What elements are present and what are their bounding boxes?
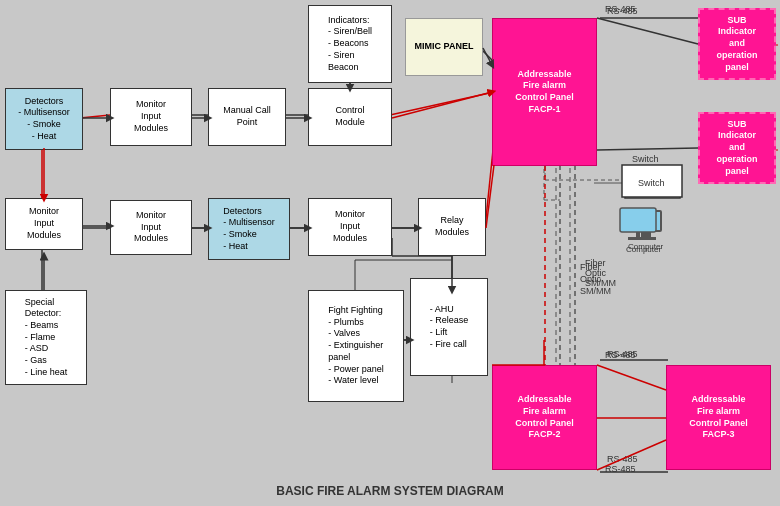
special-detector-label: Special Detector: - Beams - Flame - ASD … <box>25 297 68 379</box>
monitor-display <box>630 210 662 232</box>
svg-line-39 <box>483 48 492 65</box>
fiber-optic-label: Fiber Optic SM/MM <box>585 258 616 288</box>
computer-icon: Computer <box>628 210 663 251</box>
facp-1-label: Addressable Fire alarm Control Panel FAC… <box>515 69 574 116</box>
svg-line-48 <box>597 148 698 150</box>
detectors-2-box: Detectors - Multisensor - Smoke - Heat <box>208 198 290 260</box>
sub-indicator-1-box: SUB Indicator and operation panel <box>698 8 776 80</box>
facp-3-label: Addressable Fire alarm Control Panel FAC… <box>689 394 748 441</box>
svg-line-3 <box>390 92 494 115</box>
monitor-input-4-box: Monitor Input Modules <box>308 198 392 256</box>
outputs-label: - AHU - Release - Lift - Fire call <box>430 304 469 351</box>
computer-label: Computer <box>628 242 663 251</box>
rs485-mid-label: RS-485 <box>605 350 636 360</box>
control-module-label: Control Module <box>335 105 365 128</box>
detectors-2-label: Detectors - Multisensor - Smoke - Heat <box>223 206 275 253</box>
facp-1-box: Addressable Fire alarm Control Panel FAC… <box>492 18 597 166</box>
manual-call-point-label: Manual Call Point <box>223 105 271 128</box>
sub-indicator-2-label: SUB Indicator and operation panel <box>716 119 757 177</box>
special-detector-box: Special Detector: - Beams - Flame - ASD … <box>5 290 87 385</box>
diagram-title: BASIC FIRE ALARM SYSTEM DIAGRAM <box>0 484 780 498</box>
monitor-base <box>636 237 656 240</box>
svg-text:Switch: Switch <box>632 154 659 164</box>
fight-fighting-box: Fight Fighting - Plumbs - Valves - Extin… <box>308 290 404 402</box>
monitor-input-1-label: Monitor Input Modules <box>27 206 61 241</box>
relay-modules-label: Relay Modules <box>435 215 469 238</box>
switch-label: Switch <box>638 175 665 187</box>
rs485-top-label: RS-485 <box>605 4 636 14</box>
svg-line-46 <box>597 18 698 44</box>
fight-fighting-label: Fight Fighting - Plumbs - Valves - Extin… <box>328 305 384 387</box>
outputs-box: - AHU - Release - Lift - Fire call <box>410 278 488 376</box>
switch-box: Switch <box>622 165 680 197</box>
detectors-1-label: Detectors - Multisensor - Smoke - Heat <box>18 96 70 143</box>
mimic-panel-box: MIMIC PANEL <box>405 18 483 76</box>
indicators-box: Indicators: - Siren/Bell - Beacons - Sir… <box>308 5 392 83</box>
indicators-label: Indicators: - Siren/Bell - Beacons - Sir… <box>328 15 372 73</box>
mimic-panel-label: MIMIC PANEL <box>415 41 474 53</box>
svg-line-65 <box>597 365 666 390</box>
relay-modules-box: Relay Modules <box>418 198 486 256</box>
detectors-1-box: Detectors - Multisensor - Smoke - Heat <box>5 88 83 150</box>
monitor-input-4-label: Monitor Input Modules <box>333 209 367 244</box>
svg-line-0 <box>80 115 110 118</box>
svg-text:RS-485: RS-485 <box>607 454 638 464</box>
diagram-container: Detectors - Multisensor - Smoke - Heat M… <box>0 0 780 506</box>
monitor-input-1-box: Monitor Input Modules <box>5 198 83 250</box>
sub-indicator-2-box: SUB Indicator and operation panel <box>698 112 776 184</box>
facp-3-box: Addressable Fire alarm Control Panel FAC… <box>666 365 771 470</box>
facp-2-label: Addressable Fire alarm Control Panel FAC… <box>515 394 574 441</box>
sub-indicator-1-label: SUB Indicator and operation panel <box>716 15 757 73</box>
monitor-input-2-label: Monitor Input Modules <box>134 99 168 134</box>
svg-line-37 <box>392 92 492 118</box>
control-module-box: Control Module <box>308 88 392 146</box>
monitor-input-3-label: Monitor Input Modules <box>134 210 168 245</box>
monitor-input-3-box: Monitor Input Modules <box>110 200 192 255</box>
rs485-bot-label: RS-485 <box>605 464 636 474</box>
monitor-input-2-box: Monitor Input Modules <box>110 88 192 146</box>
manual-call-point-box: Manual Call Point <box>208 88 286 146</box>
svg-line-45 <box>486 165 494 228</box>
facp-2-box: Addressable Fire alarm Control Panel FAC… <box>492 365 597 470</box>
